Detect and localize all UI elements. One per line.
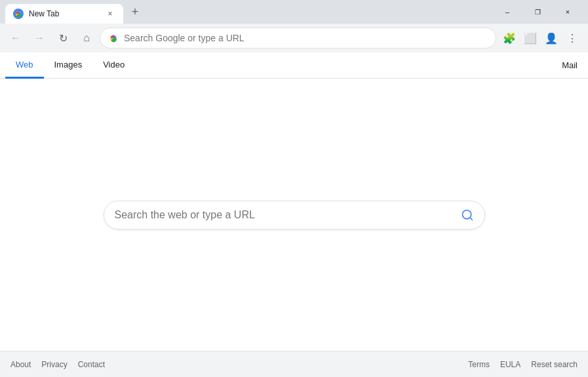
extensions-button[interactable]: 🧩 [499,28,520,49]
back-button[interactable]: ← [5,28,26,49]
menu-button[interactable]: ⋮ [562,28,583,49]
profile-button[interactable]: 👤 [541,28,562,49]
footer-right: Terms EULA Reset search [468,360,578,369]
close-button[interactable]: × [553,0,583,24]
tab-favicon [13,9,24,19]
footer-terms-link[interactable]: Terms [468,360,490,369]
search-input[interactable] [115,209,461,221]
search-button[interactable] [461,208,474,222]
minimize-button[interactable]: – [492,0,522,24]
footer-eula-link[interactable]: EULA [500,360,520,369]
window-controls: – ❐ × [492,0,583,24]
footer-reset-search-link[interactable]: Reset search [531,360,578,369]
search-box [104,201,485,229]
toolbar-right-actions: 🧩 ⬜ 👤 ⋮ [499,28,583,49]
forward-button[interactable]: → [29,28,50,49]
footer-contact-link[interactable]: Contact [78,360,105,369]
toolbar: ← → ↻ ⌂ 🧩 ⬜ 👤 ⋮ [0,24,588,52]
active-tab[interactable]: New Tab × [5,4,123,24]
reload-button[interactable]: ↻ [52,28,73,49]
tab-close-button[interactable]: × [105,9,115,19]
tab-web[interactable]: Web [5,52,44,79]
nav-tabs: Web Images Video Mail [0,52,588,79]
search-wrapper [104,201,485,229]
footer-privacy-link[interactable]: Privacy [41,360,67,369]
address-input[interactable] [124,33,488,43]
home-button[interactable]: ⌂ [76,28,97,49]
footer-left: About Privacy Contact [10,360,105,369]
main-content [0,79,588,351]
footer-about-link[interactable]: About [10,360,31,369]
new-tab-button[interactable]: + [126,3,144,21]
split-view-button[interactable]: ⬜ [520,28,541,49]
tab-images[interactable]: Images [44,52,93,79]
footer: About Privacy Contact Terms EULA Reset s… [0,351,588,377]
mail-link[interactable]: Mail [557,60,583,70]
address-bar[interactable] [100,28,496,49]
google-icon [108,33,119,43]
tab-title: New Tab [29,9,100,18]
title-bar: New Tab × + – ❐ × [0,0,588,24]
tab-video[interactable]: Video [92,52,135,79]
restore-button[interactable]: ❐ [522,0,553,24]
